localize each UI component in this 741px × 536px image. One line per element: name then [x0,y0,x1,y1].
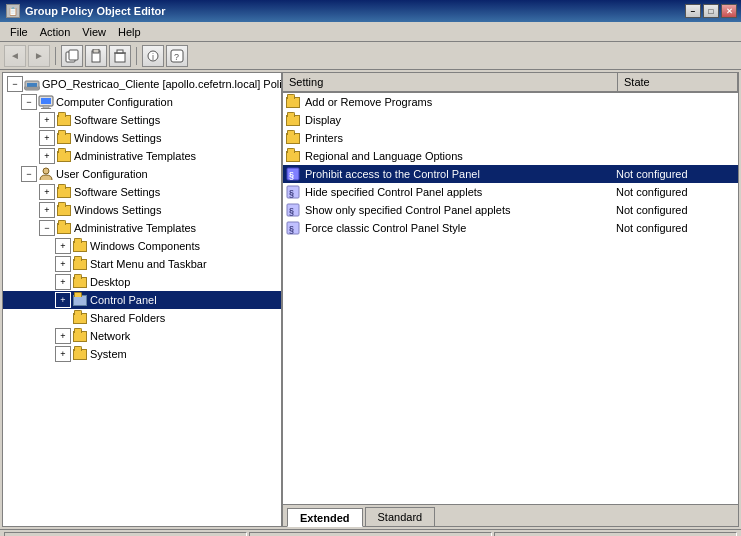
toolbar-separator-1 [55,47,56,65]
win-components-expander[interactable]: + [55,238,71,254]
tree-item-admin-templates-comp[interactable]: + Administrative Templates [3,147,281,165]
state-column-header[interactable]: State [618,73,738,91]
tab-standard[interactable]: Standard [365,507,436,526]
minimize-button[interactable]: − [685,4,701,18]
prohibit-access-name: Prohibit access to the Control Panel [305,168,616,180]
paste-button[interactable] [85,45,107,67]
list-item-prohibit-access[interactable]: § Prohibit access to the Control Panel N… [283,165,738,183]
tree-item-computer-config[interactable]: − Computer Configuration [3,93,281,111]
tab-extended[interactable]: Extended [287,508,363,527]
desktop-icon [72,274,88,290]
tree-root[interactable]: − GPO_Restricao_Cliente [apollo.cefetrn.… [3,75,281,93]
close-button[interactable]: ✕ [721,4,737,18]
tree-item-sw-settings-comp[interactable]: + Software Settings [3,111,281,129]
regional-name: Regional and Language Options [305,150,616,162]
menu-view[interactable]: View [76,24,112,40]
network-expander[interactable]: + [55,328,71,344]
menu-help[interactable]: Help [112,24,147,40]
status-bar [0,529,741,536]
user-config-label: User Configuration [56,168,148,180]
status-cell-2 [249,532,492,537]
system-icon [72,346,88,362]
properties-button[interactable]: i [142,45,164,67]
list-content[interactable]: Add or Remove Programs Display Printers [283,93,738,504]
svg-text:§: § [289,188,294,198]
prohibit-access-icon: § [285,166,301,182]
force-classic-name: Force classic Control Panel Style [305,222,616,234]
network-icon [72,328,88,344]
printers-icon [285,130,301,146]
regional-icon [285,148,301,164]
bottom-tabs: Extended Standard [283,504,738,526]
desktop-expander[interactable]: + [55,274,71,290]
svg-rect-3 [93,49,99,53]
shared-folders-spacer [55,310,71,326]
menu-file[interactable]: File [4,24,34,40]
root-icon [24,76,40,92]
list-item-show-only[interactable]: § Show only specified Control Panel appl… [283,201,738,219]
help-button[interactable]: ? [166,45,188,67]
win-settings-user-label: Windows Settings [74,204,161,216]
win-settings-comp-expander[interactable]: + [39,130,55,146]
computer-config-expander[interactable]: − [21,94,37,110]
forward-button[interactable]: ► [28,45,50,67]
start-menu-expander[interactable]: + [55,256,71,272]
tree-item-admin-templates-user[interactable]: − Administrative Templates [3,219,281,237]
force-classic-state: Not configured [616,222,736,234]
list-item-regional[interactable]: Regional and Language Options [283,147,738,165]
tree-item-shared-folders[interactable]: Shared Folders [3,309,281,327]
tree-item-start-menu[interactable]: + Start Menu and Taskbar [3,255,281,273]
user-config-expander[interactable]: − [21,166,37,182]
main-container: − GPO_Restricao_Cliente [apollo.cefetrn.… [2,72,739,527]
back-button[interactable]: ◄ [4,45,26,67]
display-name: Display [305,114,616,126]
app-icon: 📋 [6,4,20,18]
admin-templates-comp-expander[interactable]: + [39,148,55,164]
display-icon [285,112,301,128]
tree-item-win-settings-comp[interactable]: + Windows Settings [3,129,281,147]
tree-panel[interactable]: − GPO_Restricao_Cliente [apollo.cefetrn.… [3,73,283,526]
tree-item-control-panel[interactable]: + Control Panel [3,291,281,309]
sw-settings-user-expander[interactable]: + [39,184,55,200]
list-item-display[interactable]: Display [283,111,738,129]
tree-item-system[interactable]: + System [3,345,281,363]
tree-item-sw-settings-user[interactable]: + Software Settings [3,183,281,201]
shared-folders-label: Shared Folders [90,312,165,324]
control-panel-expander[interactable]: + [55,292,71,308]
root-label: GPO_Restricao_Cliente [apollo.cefetrn.lo… [42,78,283,90]
tree-item-desktop[interactable]: + Desktop [3,273,281,291]
setting-column-header[interactable]: Setting [283,73,618,91]
svg-rect-13 [24,87,40,89]
admin-templates-user-expander[interactable]: − [39,220,55,236]
win-settings-comp-label: Windows Settings [74,132,161,144]
control-panel-label: Control Panel [90,294,157,306]
svg-rect-17 [41,108,51,109]
hide-specified-icon: § [285,184,301,200]
sw-settings-comp-expander[interactable]: + [39,112,55,128]
tree-item-network[interactable]: + Network [3,327,281,345]
tree-item-user-config[interactable]: − User Configuration [3,165,281,183]
delete-button[interactable] [109,45,131,67]
tree-item-win-settings-user[interactable]: + Windows Settings [3,201,281,219]
printers-name: Printers [305,132,616,144]
sw-settings-user-label: Software Settings [74,186,160,198]
svg-rect-1 [69,50,78,60]
shared-folders-icon [72,310,88,326]
list-item-hide-specified[interactable]: § Hide specified Control Panel applets N… [283,183,738,201]
menu-action[interactable]: Action [34,24,77,40]
svg-text:?: ? [174,52,179,62]
sw-settings-comp-icon [56,112,72,128]
list-item-force-classic[interactable]: § Force classic Control Panel Style Not … [283,219,738,237]
svg-text:§: § [289,224,294,234]
network-label: Network [90,330,130,342]
win-settings-user-expander[interactable]: + [39,202,55,218]
list-item-printers[interactable]: Printers [283,129,738,147]
maximize-button[interactable]: □ [703,4,719,18]
svg-text:§: § [289,206,294,216]
copy-button[interactable] [61,45,83,67]
list-item-add-remove[interactable]: Add or Remove Programs [283,93,738,111]
tree-item-win-components[interactable]: + Windows Components [3,237,281,255]
system-expander[interactable]: + [55,346,71,362]
root-expander[interactable]: − [7,76,23,92]
hide-specified-state: Not configured [616,186,736,198]
